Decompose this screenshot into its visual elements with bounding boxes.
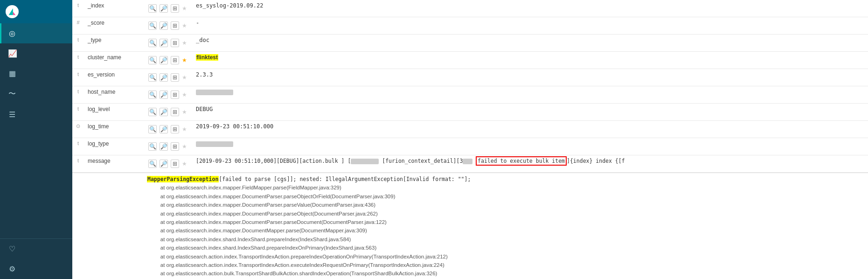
filter-plus-icon[interactable]: 🔍	[148, 125, 157, 133]
filter-minus-icon[interactable]: 🔎	[160, 21, 168, 30]
sidebar-nav: ◎ 📈 ▦ 〜 ☰	[0, 23, 72, 238]
field-icons: 🔍 🔎 ⊞ ★	[145, 138, 192, 155]
filter-plus-icon[interactable]: 🔍	[148, 73, 157, 82]
field-value: -	[196, 20, 199, 26]
discover-icon: ◎	[8, 29, 16, 38]
field-value: 2019-09-23 00:51:10.000	[196, 123, 273, 130]
sidebar: ◎ 📈 ▦ 〜 ☰ ♡ ⚙	[0, 0, 72, 279]
columns-icon[interactable]: ⊞	[171, 125, 179, 133]
field-icons: 🔍 🔎 ⊞ ★	[145, 86, 192, 104]
sidebar-item-visualize[interactable]: 📈	[0, 43, 72, 63]
sidebar-item-discover[interactable]: ◎	[0, 23, 72, 43]
filter-minus-icon[interactable]: 🔎	[160, 73, 168, 82]
star-icon[interactable]: ★	[182, 126, 187, 133]
kibana-logo-icon	[6, 5, 19, 18]
filter-plus-icon[interactable]: 🔍	[148, 160, 157, 168]
filter-plus-icon[interactable]: 🔍	[148, 108, 157, 116]
columns-icon[interactable]: ⊞	[171, 108, 179, 116]
columns-icon[interactable]: ⊞	[171, 73, 179, 82]
management-icon: ⚙	[8, 265, 16, 273]
star-icon[interactable]: ★	[182, 143, 187, 150]
star-icon[interactable]: ★	[182, 5, 187, 12]
star-icon[interactable]: ★	[182, 160, 187, 167]
field-value-cell: 2.3.3	[192, 69, 868, 86]
star-icon[interactable]: ★	[182, 74, 187, 81]
field-value-cell: 2019-09-23 00:51:10.000	[192, 121, 868, 138]
field-value: DEBUG	[196, 106, 213, 112]
star-icon[interactable]: ★	[182, 91, 187, 98]
field-name: host_name	[84, 86, 145, 104]
sidebar-item-management[interactable]: ⚙	[0, 259, 72, 279]
stack-line: at org.elasticsearch.index.mapper.Docume…	[147, 192, 864, 201]
filter-minus-icon[interactable]: 🔎	[160, 91, 168, 99]
star-icon[interactable]: ★	[182, 109, 187, 115]
table-row: t _type 🔍 🔎 ⊞ ★ _doc	[72, 35, 868, 52]
table-row: t cluster_name 🔍 🔎 ⊞ ★ flinktest	[72, 52, 868, 69]
field-value-cell: _doc	[192, 35, 868, 52]
filter-plus-icon[interactable]: 🔍	[148, 4, 157, 13]
sidebar-item-monitoring[interactable]: ♡	[0, 239, 72, 259]
fields-table-area: t _index 🔍 🔎 ⊞ ★ es_syslog-2019.09.22 # …	[72, 0, 868, 279]
columns-icon[interactable]: ⊞	[171, 21, 179, 30]
table-row: t log_level 🔍 🔎 ⊞ ★ DEBUG	[72, 104, 868, 121]
stack-line: at org.elasticsearch.index.mapper.Docume…	[147, 218, 864, 226]
field-icons: 🔍 🔎 ⊞ ★	[145, 17, 192, 35]
field-value-cell: es_syslog-2019.09.22	[192, 0, 868, 17]
columns-icon[interactable]: ⊞	[171, 142, 179, 151]
exception-highlight: MapperParsingException	[147, 176, 219, 182]
field-icons: 🔍 🔎 ⊞ ★	[145, 69, 192, 86]
monitoring-icon: ♡	[8, 244, 16, 253]
star-icon[interactable]: ★	[182, 57, 187, 63]
stack-line: at org.elasticsearch.index.mapper.Docume…	[147, 209, 864, 218]
field-value: _doc	[196, 37, 209, 43]
field-type: t	[72, 138, 84, 155]
field-name: log_time	[84, 121, 145, 138]
filter-minus-icon[interactable]: 🔎	[160, 108, 168, 116]
filter-minus-icon[interactable]: 🔎	[160, 56, 168, 64]
star-icon[interactable]: ★	[182, 40, 187, 46]
main-content: t _index 🔍 🔎 ⊞ ★ es_syslog-2019.09.22 # …	[72, 0, 868, 279]
filter-minus-icon[interactable]: 🔎	[160, 125, 168, 133]
filter-minus-icon[interactable]: 🔎	[160, 142, 168, 151]
field-type: t	[72, 86, 84, 104]
field-name: message	[84, 155, 145, 173]
field-value: 2.3.3	[196, 71, 213, 78]
expanded-row: MapperParsingException[failed to parse […	[72, 173, 868, 279]
timelion-icon: 〜	[8, 89, 16, 99]
field-type: ⊙	[72, 121, 84, 138]
filter-plus-icon[interactable]: 🔍	[148, 39, 157, 47]
apm-icon: ☰	[8, 110, 16, 119]
filter-plus-icon[interactable]: 🔍	[148, 91, 157, 99]
field-name: cluster_name	[84, 52, 145, 69]
columns-icon[interactable]: ⊞	[171, 56, 179, 64]
field-icons: 🔍 🔎 ⊞ ★	[145, 104, 192, 121]
sidebar-item-apm[interactable]: ☰	[0, 105, 72, 125]
columns-icon[interactable]: ⊞	[171, 39, 179, 47]
table-row: ⊙ log_time 🔍 🔎 ⊞ ★ 2019-09-23 00:51:10.0…	[72, 121, 868, 138]
filter-plus-icon[interactable]: 🔍	[148, 21, 157, 30]
field-type: t	[72, 155, 84, 173]
filter-minus-icon[interactable]: 🔎	[160, 4, 168, 13]
field-type: t	[72, 35, 84, 52]
field-value-cell: -	[192, 17, 868, 35]
table-row: t host_name 🔍 🔎 ⊞ ★	[72, 86, 868, 104]
sidebar-bottom: ♡ ⚙	[0, 238, 72, 279]
sidebar-item-timelion[interactable]: 〜	[0, 84, 72, 105]
filter-plus-icon[interactable]: 🔍	[148, 142, 157, 151]
filter-minus-icon[interactable]: 🔎	[160, 160, 168, 168]
table-row: t es_version 🔍 🔎 ⊞ ★ 2.3.3	[72, 69, 868, 86]
columns-icon[interactable]: ⊞	[171, 160, 179, 168]
sidebar-item-dashboard[interactable]: ▦	[0, 63, 72, 84]
field-type: #	[72, 17, 84, 35]
columns-icon[interactable]: ⊞	[171, 91, 179, 99]
star-icon[interactable]: ★	[182, 22, 187, 29]
filter-minus-icon[interactable]: 🔎	[160, 39, 168, 47]
columns-icon[interactable]: ⊞	[171, 4, 179, 13]
field-value-cell: DEBUG	[192, 104, 868, 121]
field-value-cell: [2019-09-23 00:51:10,000][DEBUG][action.…	[192, 155, 868, 173]
filter-plus-icon[interactable]: 🔍	[148, 56, 157, 64]
table-row: # _score 🔍 🔎 ⊞ ★ -	[72, 17, 868, 35]
field-value-cell	[192, 86, 868, 104]
field-value: es_syslog-2019.09.22	[196, 2, 264, 9]
field-icons: 🔍 🔎 ⊞ ★	[145, 121, 192, 138]
